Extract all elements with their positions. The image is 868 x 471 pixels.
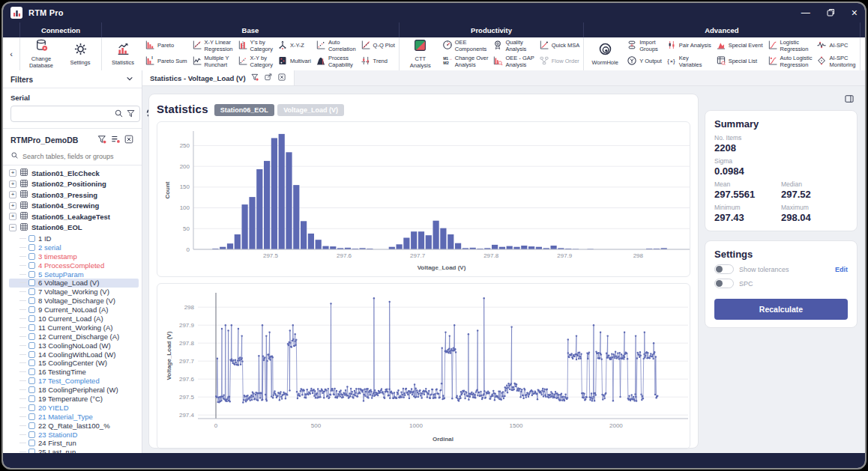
field-checkbox[interactable] [28, 368, 35, 375]
auto-correlation-button[interactable]: Auto Correlation [314, 40, 358, 53]
auto-logistic-regression-button[interactable]: Auto Logistic Regression [766, 55, 814, 69]
tree-field-temperature-c[interactable]: 19 Temperature (°C) [9, 395, 139, 404]
tree-station-station02-positioning[interactable]: +Station02_Positioning [9, 180, 139, 189]
tab-statistics-voltage-load[interactable]: Statistics - Voltage_Load (V) [142, 70, 295, 85]
filter-icon[interactable] [126, 109, 136, 120]
oee-components-button[interactable]: OEE Components [441, 40, 490, 53]
tree-field-current-working-a[interactable]: 11 Current_Working (A) [9, 323, 139, 332]
multiple-y-runchart-button[interactable]: Multiple Y Runchart [190, 55, 235, 69]
serial-search-input[interactable] [10, 106, 140, 122]
pair-analysis-button[interactable]: Pair Analysis [665, 40, 713, 53]
random-forest-button[interactable]: Random Forest [863, 38, 865, 69]
edit-tolerances-link[interactable]: Edit [835, 266, 848, 273]
field-checkbox[interactable] [28, 386, 35, 393]
tab-filter-icon[interactable] [250, 71, 259, 85]
ribbon-back-chevron[interactable]: ‹ [5, 49, 17, 58]
close-button[interactable]: × [852, 7, 858, 18]
import-groups-button[interactable]: Import Groups [625, 40, 663, 53]
tree-station-station05-leakagetest[interactable]: +Station05_LeakageTest [9, 212, 139, 221]
field-checkbox[interactable] [28, 297, 35, 304]
special-list-button[interactable]: Special List [714, 55, 765, 69]
expand-icon[interactable]: + [9, 191, 16, 198]
tree-field-last-run[interactable]: 25 Last_run [9, 448, 139, 453]
field-checkbox[interactable] [28, 315, 35, 322]
tree-field-first-run[interactable]: 24 First_run [9, 439, 139, 448]
tree-field-current-noload-a[interactable]: 9 Current_NoLoad (A) [9, 306, 139, 314]
field-checkbox[interactable] [28, 324, 35, 331]
tree-field-stationid[interactable]: 23 StationID [9, 430, 139, 439]
change-over-analysis-button[interactable]: M1→M2Change Over Analysis [441, 55, 490, 69]
x-y-z-button[interactable]: X-Y-Z [276, 40, 313, 53]
process-capability-button[interactable]: Process Capability [314, 55, 358, 69]
db-close-icon[interactable] [124, 134, 134, 146]
field-checkbox[interactable] [28, 440, 35, 446]
ai-spc-monitoring-button[interactable]: AI-SPC Monitoring [815, 55, 857, 69]
field-checkbox[interactable] [28, 422, 35, 429]
tree-field-coolingnoload-w[interactable]: 13 CoolingNoLoad (W) [9, 341, 139, 350]
field-checkbox[interactable] [28, 253, 35, 260]
tree-field-coolingwithload-w[interactable]: 14 CoolingWithLoad (W) [9, 350, 139, 359]
multivari-button[interactable]: Multivari [276, 55, 313, 69]
tree-field-current-discharge-a[interactable]: 12 Current_Discharge (A) [9, 332, 139, 341]
expand-icon[interactable]: + [9, 202, 16, 210]
tree-field-testingtime[interactable]: 16 TestingTime [9, 368, 139, 377]
field-checkbox[interactable] [28, 235, 35, 242]
tree-field-serial[interactable]: 2 serial [9, 243, 139, 252]
tree-field-test-completed[interactable]: 17 Test_Completed [9, 377, 139, 386]
serial-input-field[interactable] [15, 110, 114, 118]
expand-icon[interactable]: + [9, 213, 16, 220]
tree-search-input[interactable] [22, 153, 134, 160]
tree-station-station06-eol[interactable]: −Station06_EOL [9, 223, 139, 232]
tab-close-icon[interactable] [277, 71, 286, 85]
quick-msa-button[interactable]: Quick MSA [537, 40, 582, 53]
tab-export-icon[interactable] [264, 71, 273, 85]
field-checkbox[interactable] [28, 306, 35, 313]
chip-station06-eol[interactable]: Station06_EOL [214, 104, 274, 116]
expand-icon[interactable]: + [9, 180, 16, 188]
pareto-sum-button[interactable]: IPareto Sum [143, 55, 189, 69]
recalculate-button[interactable]: Recalculate [714, 299, 848, 320]
spc-toggle[interactable] [714, 279, 734, 288]
collapse-icon[interactable]: − [9, 224, 16, 231]
field-checkbox[interactable] [28, 413, 35, 420]
x-y-linear-regression-button[interactable]: X-Y Linear Regression [190, 40, 235, 53]
field-checkbox[interactable] [28, 262, 35, 269]
quality-analysis-button[interactable]: Quality Analysis [491, 40, 535, 53]
tree-field-voltage-load-v[interactable]: 6 Voltage_Load (V) [9, 279, 139, 288]
chip-voltage-load-v[interactable]: Voltage_Load (V) [277, 104, 344, 116]
field-checkbox[interactable] [28, 279, 35, 286]
special-event-button[interactable]: Special Event [714, 40, 765, 53]
tree-field-q-rate-last100[interactable]: 22 Q_Rate_last100_% [9, 421, 139, 430]
tree-field-voltage-discharge-v[interactable]: 8 Voltage_Discharge (V) [9, 297, 139, 306]
field-checkbox[interactable] [28, 288, 35, 295]
tree-field-setupparam[interactable]: 5 SetupParam [9, 270, 139, 279]
tree-field-yield[interactable]: 20 YIELD [9, 403, 139, 412]
change-database-button[interactable]: Change Database [22, 38, 60, 69]
field-checkbox[interactable] [28, 244, 35, 251]
db-list-icon[interactable] [110, 134, 121, 146]
tree-field-voltage-working-v[interactable]: 7 Voltage_Working (V) [9, 288, 139, 297]
runchart-chart[interactable]: 297.4297.5297.6297.7297.8297.92980500100… [157, 283, 690, 449]
flow-order-button[interactable]: Flow Order [537, 55, 582, 69]
tree-field-id[interactable]: 1 ID [9, 234, 139, 243]
y-output-button[interactable]: Y Output [625, 55, 663, 69]
minimize-button[interactable]: — [801, 8, 810, 17]
collapse-panel-icon[interactable] [844, 94, 855, 107]
tree-field-coolingperipheral-w[interactable]: 18 CoolingPeripheral (W) [9, 386, 139, 395]
y-s-by-category-button[interactable]: Y's by Category [236, 40, 274, 53]
field-checkbox[interactable] [28, 404, 35, 411]
ctt-analysis-button[interactable]: CTT Analysis [402, 38, 439, 69]
trend-button[interactable]: Trend [359, 55, 397, 69]
tree-field-processcompleted[interactable]: 4 ProcessCompleted [9, 261, 139, 270]
q-q-plot-button[interactable]: Q-Q Plot [359, 40, 397, 53]
tree-station-station04-screwing[interactable]: +Station04_Screwing [9, 201, 139, 210]
db-filter-icon[interactable] [97, 134, 107, 146]
tree-station-station01-elccheck[interactable]: +Station01_ElcCheck [9, 168, 139, 177]
field-checkbox[interactable] [28, 342, 35, 349]
field-checkbox[interactable] [28, 351, 35, 358]
logistic-regression-button[interactable]: Logistic Regression [766, 40, 814, 53]
expand-icon[interactable]: + [9, 169, 16, 177]
ai-spc-button[interactable]: AI-SPC [815, 40, 857, 53]
key-variables-button[interactable]: {}×Key Variables [665, 55, 713, 69]
field-checkbox[interactable] [28, 377, 35, 384]
